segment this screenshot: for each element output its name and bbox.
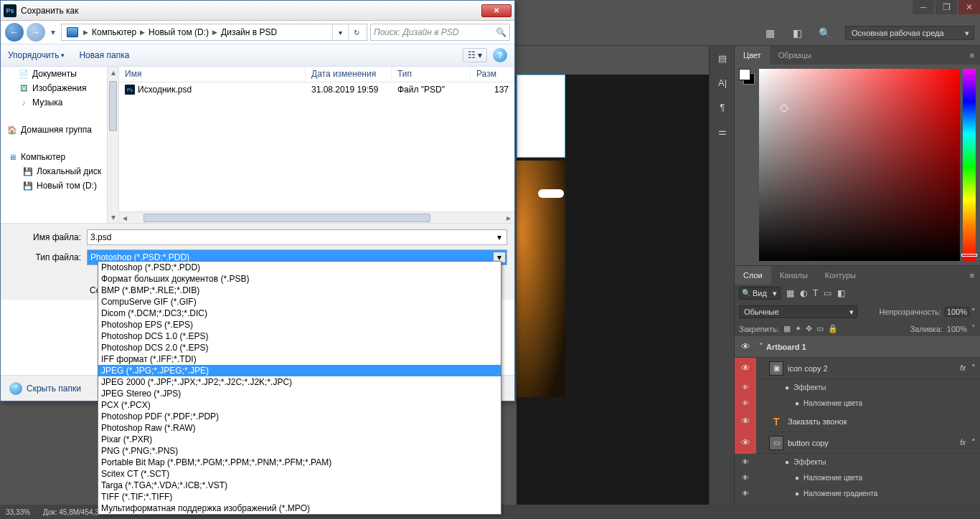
breadcrumb-seg[interactable]: Новый том (D:): [146, 27, 211, 37]
filetype-option[interactable]: JPEG Stereo (*.JPS): [98, 388, 501, 399]
filetype-option[interactable]: CompuServe GIF (*.GIF): [98, 296, 501, 308]
tab-paths[interactable]: Контуры: [816, 266, 864, 285]
hue-slider[interactable]: [963, 69, 976, 261]
organize-button[interactable]: Упорядочить: [8, 50, 65, 60]
col-size[interactable]: Разм: [471, 67, 514, 82]
fill-value[interactable]: 100%: [947, 325, 967, 333]
filetype-option[interactable]: Мультиформатная поддержка изображений (*…: [98, 503, 501, 514]
hide-folders-button[interactable]: ˄ Скрыть папки: [9, 382, 81, 395]
character-icon[interactable]: A|: [710, 70, 735, 95]
filetype-option[interactable]: PNG (*.PNG;*.PNS): [98, 445, 501, 457]
zoom-level[interactable]: 33,33%: [6, 508, 30, 516]
visibility-toggle[interactable]: 👁: [735, 358, 756, 379]
layer-filter-kind[interactable]: Вид: [739, 287, 781, 300]
filetype-option[interactable]: Portable Bit Map (*.PBM;*.PGM;*.PPM;*.PN…: [98, 457, 501, 468]
lock-all-icon[interactable]: 🔒: [828, 324, 838, 333]
filetype-option[interactable]: Photoshop DCS 1.0 (*.EPS): [98, 330, 501, 342]
layer-button-copy[interactable]: 👁 ▭ button copy fx ˄: [735, 432, 980, 454]
filetype-option[interactable]: Dicom (*.DCM;*.DC3;*.DIC): [98, 308, 501, 319]
layer-effects-row[interactable]: 👁●Эффекты: [735, 454, 980, 470]
layer-icon-copy[interactable]: 👁 ▣ icon copy 2 fx ˄: [735, 358, 980, 379]
breadcrumb-dropdown-button[interactable]: ▾: [332, 24, 348, 40]
lock-artboard-icon[interactable]: ▭: [816, 324, 824, 333]
filetype-option[interactable]: JPEG (*.JPG;*.JPEG;*.JPE): [98, 365, 501, 376]
fx-badge[interactable]: fx: [954, 439, 971, 447]
col-name[interactable]: Имя: [119, 67, 306, 82]
color-panel-menu-icon[interactable]: ≡: [964, 51, 980, 59]
opacity-value[interactable]: 100%: [944, 306, 970, 318]
layer-effects-row[interactable]: 👁●Эффекты: [735, 379, 980, 395]
nav-forward-button[interactable]: →: [27, 23, 45, 42]
foreground-background-swatch[interactable]: [739, 69, 755, 85]
lock-position-icon[interactable]: ✦: [795, 324, 801, 333]
layers-panel-menu-icon[interactable]: ≡: [964, 271, 980, 280]
search-input[interactable]: Поиск: Дизайн в PSD 🔍: [370, 24, 510, 41]
breadcrumb-seg[interactable]: Дизайн в PSD: [219, 27, 279, 37]
filelist-scrollbar[interactable]: ◂▸: [119, 211, 514, 223]
paragraph-icon[interactable]: ¶: [710, 95, 735, 119]
screen-mode-icon[interactable]: ◧: [789, 25, 805, 41]
visibility-toggle[interactable]: 👁: [735, 432, 756, 454]
filetype-option[interactable]: BMP (*.BMP;*.RLE;*.DIB): [98, 285, 501, 296]
blend-mode-dropdown[interactable]: Обычные: [739, 305, 857, 318]
layer-gradient-overlay-row[interactable]: 👁●Наложение градиента: [735, 485, 980, 501]
lock-pixels-icon[interactable]: ▦: [783, 324, 791, 333]
arrange-docs-icon[interactable]: ▦: [762, 25, 778, 41]
fx-badge[interactable]: fx: [954, 364, 971, 372]
breadcrumb-bar[interactable]: ▶ Компьютер ▶ Новый том (D:) ▶ Дизайн в …: [61, 24, 367, 41]
nav-back-button[interactable]: ←: [5, 23, 24, 42]
col-type[interactable]: Тип: [392, 67, 471, 82]
filetype-option[interactable]: IFF формат (*.IFF;*.TDI): [98, 353, 501, 365]
nav-history-dropdown[interactable]: ▾: [48, 25, 58, 39]
view-options-button[interactable]: ☷ ▾: [463, 48, 487, 62]
minimize-button[interactable]: ─: [913, 0, 934, 14]
filetype-option[interactable]: Photoshop DCS 2.0 (*.EPS): [98, 342, 501, 353]
tab-channels[interactable]: Каналы: [771, 266, 816, 285]
layer-color-overlay-row[interactable]: 👁●Наложение цвета: [735, 395, 980, 411]
tab-layers[interactable]: Слои: [735, 266, 771, 285]
file-list[interactable]: Имя Дата изменения Тип Разм PsИсходник.p…: [119, 67, 514, 223]
layer-color-overlay-row[interactable]: 👁●Наложение цвета: [735, 470, 980, 485]
filename-input[interactable]: 3.psd▾: [87, 229, 507, 245]
tab-swatches[interactable]: Образцы: [770, 46, 820, 65]
filetype-option[interactable]: Photoshop Raw (*.RAW): [98, 422, 501, 434]
history-icon[interactable]: ▤: [710, 46, 735, 70]
filter-type-icon[interactable]: T: [813, 288, 818, 298]
visibility-toggle[interactable]: 👁: [735, 411, 756, 432]
filetype-option[interactable]: JPEG 2000 (*.JPF;*.JPX;*.JP2;*.J2C;*.J2K…: [98, 376, 501, 388]
refresh-button[interactable]: ↻: [348, 24, 364, 40]
filetype-option[interactable]: Photoshop PDF (*.PDF;*.PDP): [98, 411, 501, 422]
color-field[interactable]: [759, 69, 960, 261]
layer-text[interactable]: 👁 T Заказать звонок: [735, 411, 980, 432]
visibility-toggle[interactable]: 👁: [735, 336, 756, 358]
properties-icon[interactable]: ⚌: [710, 119, 735, 143]
app-close-button[interactable]: ✕: [958, 0, 980, 14]
filter-shape-icon[interactable]: ▭: [824, 288, 831, 298]
tab-color[interactable]: Цвет: [735, 46, 770, 65]
breadcrumb-seg[interactable]: Компьютер: [90, 27, 138, 37]
filetype-option[interactable]: Формат больших документов (*.PSB): [98, 273, 501, 285]
layer-artboard-group[interactable]: 👁 ˅ Artboard 1: [735, 336, 980, 358]
file-row[interactable]: PsИсходник.psd 31.08.2019 19:59 Файл "PS…: [119, 82, 514, 97]
col-modified[interactable]: Дата изменения: [306, 67, 392, 82]
filetype-option[interactable]: Targa (*.TGA;*.VDA;*.ICB;*.VST): [98, 480, 501, 491]
filetype-option[interactable]: TIFF (*.TIF;*.TIFF): [98, 491, 501, 503]
lock-move-icon[interactable]: ✥: [806, 324, 812, 333]
canvas-area[interactable]: [517, 75, 710, 505]
dialog-close-button[interactable]: ✕: [481, 4, 512, 17]
filetype-option[interactable]: Scitex CT (*.SCT): [98, 468, 501, 480]
filetype-option[interactable]: Photoshop (*.PSD;*.PDD): [98, 262, 501, 273]
filetype-dropdown-list[interactable]: Photoshop (*.PSD;*.PDD)Формат больших до…: [98, 261, 501, 515]
navigation-tree[interactable]: 📄Документы 🖼Изображения ♪Музыка 🏠Домашня…: [1, 67, 119, 223]
filetype-option[interactable]: PCX (*.PCX): [98, 399, 501, 411]
workspace-dropdown[interactable]: Основная рабочая среда: [845, 26, 974, 40]
filetype-option[interactable]: Photoshop EPS (*.EPS): [98, 319, 501, 330]
filter-adjust-icon[interactable]: ◐: [800, 288, 807, 298]
dialog-titlebar[interactable]: Ps Сохранить как ✕: [1, 1, 514, 21]
search-icon[interactable]: 🔍: [816, 25, 832, 41]
new-folder-button[interactable]: Новая папка: [79, 50, 129, 60]
restore-button[interactable]: ❐: [936, 0, 957, 14]
filter-smart-icon[interactable]: ◧: [837, 288, 845, 298]
filetype-option[interactable]: Pixar (*.PXR): [98, 434, 501, 445]
help-button[interactable]: ?: [493, 48, 507, 62]
